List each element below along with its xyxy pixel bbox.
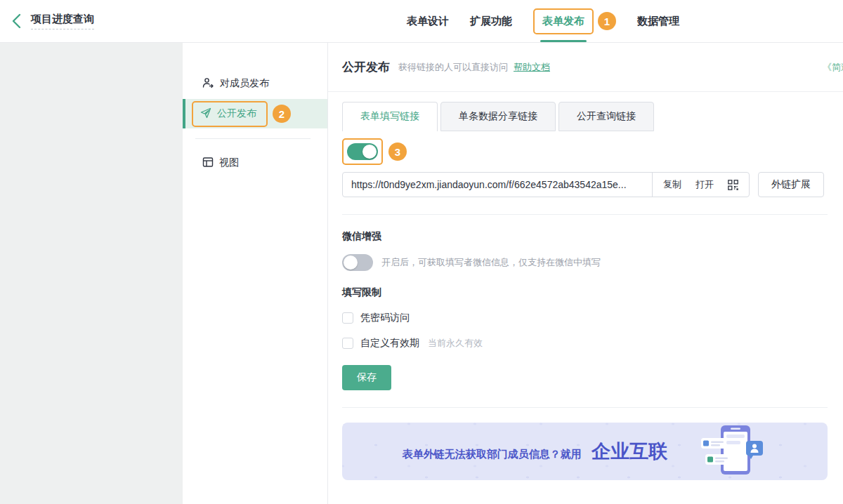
toggle-annotation-box	[342, 138, 383, 165]
sidebar-item-label: 视图	[219, 157, 239, 169]
qr-code-icon[interactable]	[728, 180, 738, 190]
password-access-row: 凭密码访问	[342, 312, 828, 324]
sidebar-item-label: 对成员发布	[220, 77, 269, 90]
public-link-toggle-row: 3	[342, 131, 828, 165]
checkbox-label: 凭密码访问	[360, 312, 410, 324]
custom-validity-row: 自定义有效期 当前永久有效	[342, 337, 828, 350]
link-type-tabs: 表单填写链接 单条数据分享链接 公开查询链接	[342, 102, 828, 131]
tab-form-publish-wrap: 表单发布 1	[533, 0, 616, 42]
wechat-description: 开启后，可获取填写者微信信息，仅支持在微信中填写	[381, 256, 601, 269]
toggle-knob	[344, 256, 358, 270]
chevron-left-icon[interactable]	[10, 13, 24, 29]
publish-sidebar: 对成员发布 公开发布 2 视图	[183, 43, 328, 504]
wechat-toggle-row: 开启后，可获取填写者微信信息，仅支持在微信中填写	[342, 254, 828, 271]
sidebar-item-views[interactable]: 视图	[183, 149, 327, 177]
sidebar-divider	[195, 138, 311, 139]
tab-single-data-share-link[interactable]: 单条数据分享链接	[440, 102, 556, 131]
sidebar-item-label: 公开发布	[217, 107, 256, 120]
form-link-box: 复制 打开	[342, 172, 750, 197]
section-title-public-publish: 公开发布	[342, 59, 390, 75]
app-body: 对成员发布 公开发布 2 视图 公开发布 获得链接的人可以直接访问 帮助文档 《…	[0, 43, 843, 504]
view-icon	[202, 157, 214, 170]
wechat-enhance-title: 微信增强	[342, 230, 828, 243]
section-divider	[342, 214, 828, 215]
validity-note: 当前永久有效	[428, 337, 483, 350]
main-header: 公开发布 获得链接的人可以直接访问 帮助文档 《简道云外	[328, 43, 843, 92]
section-subtitle: 获得链接的人可以直接访问	[398, 61, 508, 74]
tab-data-management[interactable]: 数据管理	[637, 15, 679, 28]
jiandaoyun-external-link[interactable]: 《简道云外	[823, 61, 843, 74]
active-indicator-bar	[183, 99, 185, 128]
app-header: 项目进度查询 表单设计 扩展功能 表单发布 1 数据管理	[0, 0, 843, 43]
form-link-row: 复制 打开 外链扩展	[342, 172, 828, 197]
open-button[interactable]: 打开	[695, 178, 714, 191]
help-doc-link[interactable]: 帮助文档	[514, 61, 550, 74]
annotation-badge-1: 1	[598, 12, 616, 30]
toggle-knob	[362, 145, 377, 159]
paper-plane-icon	[200, 107, 211, 121]
sidebar-item-public-publish[interactable]: 公开发布 2	[183, 99, 327, 128]
member-publish-icon	[202, 77, 214, 91]
annotation-badge-3: 3	[388, 142, 407, 161]
tab-form-fill-link[interactable]: 表单填写链接	[342, 102, 438, 131]
main-content: 表单填写链接 单条数据分享链接 公开查询链接 3 复制 打开	[328, 102, 843, 480]
left-background-panel	[0, 43, 183, 504]
form-link-input[interactable]	[343, 173, 652, 197]
custom-validity-checkbox[interactable]	[342, 338, 353, 349]
fill-restrictions-title: 填写限制	[342, 286, 828, 299]
public-link-toggle[interactable]	[347, 143, 378, 160]
save-button[interactable]: 保存	[342, 365, 391, 390]
banner-brand-name: 企业互联	[592, 441, 667, 462]
sidebar-item-member-publish[interactable]: 对成员发布	[183, 69, 327, 98]
enterprise-interconnect-banner[interactable]: 表单外链无法获取部门成员信息？就用 企业互联	[342, 423, 828, 480]
password-access-checkbox[interactable]	[342, 312, 353, 324]
top-nav: 表单设计 扩展功能 表单发布 1 数据管理	[407, 0, 679, 42]
public-publish-annotation-box: 公开发布	[192, 101, 268, 127]
tab-form-publish[interactable]: 表单发布	[533, 8, 594, 34]
banner-text: 表单外链无法获取部门成员信息？就用	[403, 448, 582, 460]
page-title[interactable]: 项目进度查询	[31, 13, 94, 29]
wechat-toggle[interactable]	[342, 254, 373, 271]
breadcrumb: 项目进度查询	[0, 13, 94, 29]
tab-extensions[interactable]: 扩展功能	[470, 15, 512, 28]
checkbox-label: 自定义有效期	[360, 337, 419, 350]
tab-form-design[interactable]: 表单设计	[407, 15, 449, 28]
tab-public-query-link[interactable]: 公开查询链接	[558, 102, 654, 131]
enterprise-interconnect-illustration	[700, 424, 767, 479]
annotation-badge-2: 2	[273, 105, 291, 123]
external-link-extension-button[interactable]: 外链扩展	[758, 172, 824, 197]
main-panel: 公开发布 获得链接的人可以直接访问 帮助文档 《简道云外 表单填写链接 单条数据…	[328, 43, 843, 504]
link-actions-group: 复制 打开	[652, 173, 749, 197]
banner-text-group: 表单外链无法获取部门成员信息？就用 企业互联	[403, 439, 667, 464]
copy-button[interactable]: 复制	[663, 178, 681, 191]
active-tab-underline	[540, 40, 587, 42]
section-divider	[342, 407, 828, 408]
